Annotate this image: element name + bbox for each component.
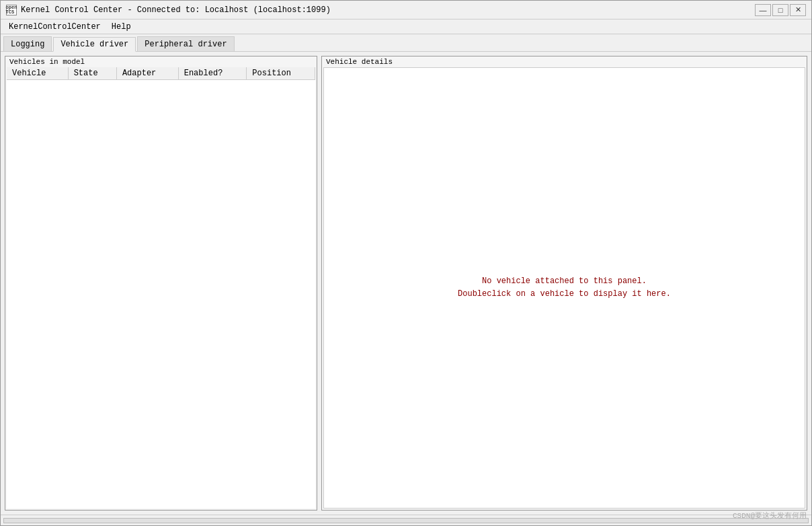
tabs-bar: Logging Vehicle driver Peripheral driver (1, 34, 811, 52)
col-enabled: Enabled? (178, 67, 247, 80)
col-position: Position (247, 67, 315, 80)
col-vehicle: Vehicle (7, 67, 68, 80)
tab-logging[interactable]: Logging (3, 36, 52, 51)
app-icon: openTCS (6, 5, 17, 15)
col-adapter: Adapter (116, 67, 178, 80)
title-bar-left: openTCS Kernel Control Center - Connecte… (6, 5, 331, 15)
right-panel: Vehicle details No vehicle attached to t… (321, 56, 807, 511)
menu-bar: KernelControlCenter Help (1, 20, 811, 34)
tab-peripheral-driver[interactable]: Peripheral driver (137, 36, 234, 51)
details-panel-title: Vehicle details (322, 57, 807, 67)
vehicle-data-table: Vehicle State Adapter Enabled? Position (7, 67, 315, 80)
bottom-scrollbar[interactable] (1, 515, 811, 525)
main-content: Vehicles in model Vehicle State Adapter … (1, 52, 811, 515)
vehicles-panel-title: Vehicles in model (5, 57, 317, 67)
no-vehicle-line1: No vehicle attached to this panel. (458, 275, 671, 288)
no-vehicle-line2: Doubleclick on a vehicle to display it h… (458, 288, 671, 301)
menu-kernelcontrolcenter[interactable]: KernelControlCenter (3, 21, 106, 33)
scroll-track[interactable] (3, 518, 809, 523)
window-title: Kernel Control Center - Connected to: Lo… (21, 5, 331, 15)
vehicles-table[interactable]: Vehicle State Adapter Enabled? Position (7, 67, 315, 509)
menu-help[interactable]: Help (106, 21, 136, 33)
title-bar: openTCS Kernel Control Center - Connecte… (1, 1, 811, 20)
window-controls: — □ ✕ (755, 4, 806, 16)
vehicle-details-area[interactable]: No vehicle attached to this panel. Doubl… (323, 67, 805, 509)
minimize-button[interactable]: — (755, 4, 771, 16)
close-button[interactable]: ✕ (790, 4, 806, 16)
tab-vehicle-driver[interactable]: Vehicle driver (53, 37, 136, 52)
no-vehicle-message: No vehicle attached to this panel. Doubl… (458, 275, 671, 301)
left-panel: Vehicles in model Vehicle State Adapter … (5, 56, 317, 511)
col-state: State (68, 67, 116, 80)
maximize-button[interactable]: □ (772, 4, 788, 16)
table-header-row: Vehicle State Adapter Enabled? Position (7, 67, 315, 80)
